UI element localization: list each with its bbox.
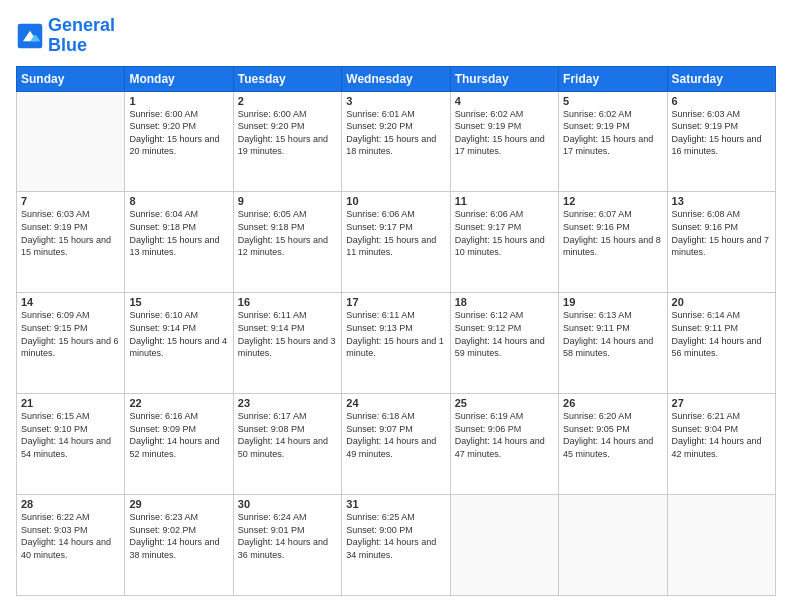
calendar-cell [17, 91, 125, 192]
day-info: Sunrise: 6:03 AM Sunset: 9:19 PM Dayligh… [21, 208, 120, 258]
day-number: 13 [672, 195, 771, 207]
logo: General Blue [16, 16, 115, 56]
calendar-week-row: 21 Sunrise: 6:15 AM Sunset: 9:10 PM Dayl… [17, 394, 776, 495]
calendar-day-header: Monday [125, 66, 233, 91]
day-info: Sunrise: 6:07 AM Sunset: 9:16 PM Dayligh… [563, 208, 662, 258]
calendar-cell: 7 Sunrise: 6:03 AM Sunset: 9:19 PM Dayli… [17, 192, 125, 293]
day-info: Sunrise: 6:20 AM Sunset: 9:05 PM Dayligh… [563, 410, 662, 460]
day-number: 8 [129, 195, 228, 207]
calendar-week-row: 1 Sunrise: 6:00 AM Sunset: 9:20 PM Dayli… [17, 91, 776, 192]
day-number: 5 [563, 95, 662, 107]
calendar-cell: 23 Sunrise: 6:17 AM Sunset: 9:08 PM Dayl… [233, 394, 341, 495]
calendar-cell: 26 Sunrise: 6:20 AM Sunset: 9:05 PM Dayl… [559, 394, 667, 495]
logo-text: General Blue [48, 16, 115, 56]
calendar-day-header: Saturday [667, 66, 775, 91]
calendar-header-row: SundayMondayTuesdayWednesdayThursdayFrid… [17, 66, 776, 91]
page: General Blue SundayMondayTuesdayWednesda… [0, 0, 792, 612]
day-info: Sunrise: 6:22 AM Sunset: 9:03 PM Dayligh… [21, 511, 120, 561]
calendar-cell: 19 Sunrise: 6:13 AM Sunset: 9:11 PM Dayl… [559, 293, 667, 394]
calendar-cell: 12 Sunrise: 6:07 AM Sunset: 9:16 PM Dayl… [559, 192, 667, 293]
calendar-cell: 1 Sunrise: 6:00 AM Sunset: 9:20 PM Dayli… [125, 91, 233, 192]
day-number: 25 [455, 397, 554, 409]
calendar-cell: 14 Sunrise: 6:09 AM Sunset: 9:15 PM Dayl… [17, 293, 125, 394]
day-info: Sunrise: 6:08 AM Sunset: 9:16 PM Dayligh… [672, 208, 771, 258]
calendar-week-row: 28 Sunrise: 6:22 AM Sunset: 9:03 PM Dayl… [17, 495, 776, 596]
day-number: 14 [21, 296, 120, 308]
day-info: Sunrise: 6:09 AM Sunset: 9:15 PM Dayligh… [21, 309, 120, 359]
calendar-week-row: 14 Sunrise: 6:09 AM Sunset: 9:15 PM Dayl… [17, 293, 776, 394]
calendar-cell: 9 Sunrise: 6:05 AM Sunset: 9:18 PM Dayli… [233, 192, 341, 293]
calendar-cell: 31 Sunrise: 6:25 AM Sunset: 9:00 PM Dayl… [342, 495, 450, 596]
calendar-cell: 13 Sunrise: 6:08 AM Sunset: 9:16 PM Dayl… [667, 192, 775, 293]
day-number: 27 [672, 397, 771, 409]
day-info: Sunrise: 6:06 AM Sunset: 9:17 PM Dayligh… [346, 208, 445, 258]
day-number: 12 [563, 195, 662, 207]
day-info: Sunrise: 6:18 AM Sunset: 9:07 PM Dayligh… [346, 410, 445, 460]
calendar-day-header: Sunday [17, 66, 125, 91]
day-info: Sunrise: 6:05 AM Sunset: 9:18 PM Dayligh… [238, 208, 337, 258]
calendar-day-header: Wednesday [342, 66, 450, 91]
day-info: Sunrise: 6:16 AM Sunset: 9:09 PM Dayligh… [129, 410, 228, 460]
calendar-cell: 10 Sunrise: 6:06 AM Sunset: 9:17 PM Dayl… [342, 192, 450, 293]
day-info: Sunrise: 6:15 AM Sunset: 9:10 PM Dayligh… [21, 410, 120, 460]
day-number: 4 [455, 95, 554, 107]
day-info: Sunrise: 6:02 AM Sunset: 9:19 PM Dayligh… [563, 108, 662, 158]
day-info: Sunrise: 6:10 AM Sunset: 9:14 PM Dayligh… [129, 309, 228, 359]
calendar-cell: 18 Sunrise: 6:12 AM Sunset: 9:12 PM Dayl… [450, 293, 558, 394]
header: General Blue [16, 16, 776, 56]
calendar-cell: 2 Sunrise: 6:00 AM Sunset: 9:20 PM Dayli… [233, 91, 341, 192]
day-number: 7 [21, 195, 120, 207]
day-number: 31 [346, 498, 445, 510]
calendar-cell: 29 Sunrise: 6:23 AM Sunset: 9:02 PM Dayl… [125, 495, 233, 596]
day-info: Sunrise: 6:24 AM Sunset: 9:01 PM Dayligh… [238, 511, 337, 561]
day-info: Sunrise: 6:03 AM Sunset: 9:19 PM Dayligh… [672, 108, 771, 158]
calendar-day-header: Thursday [450, 66, 558, 91]
day-info: Sunrise: 6:02 AM Sunset: 9:19 PM Dayligh… [455, 108, 554, 158]
day-info: Sunrise: 6:12 AM Sunset: 9:12 PM Dayligh… [455, 309, 554, 359]
day-number: 20 [672, 296, 771, 308]
logo-icon [16, 22, 44, 50]
calendar-week-row: 7 Sunrise: 6:03 AM Sunset: 9:19 PM Dayli… [17, 192, 776, 293]
calendar-cell: 16 Sunrise: 6:11 AM Sunset: 9:14 PM Dayl… [233, 293, 341, 394]
day-info: Sunrise: 6:21 AM Sunset: 9:04 PM Dayligh… [672, 410, 771, 460]
calendar-cell: 11 Sunrise: 6:06 AM Sunset: 9:17 PM Dayl… [450, 192, 558, 293]
day-info: Sunrise: 6:13 AM Sunset: 9:11 PM Dayligh… [563, 309, 662, 359]
day-number: 11 [455, 195, 554, 207]
day-info: Sunrise: 6:06 AM Sunset: 9:17 PM Dayligh… [455, 208, 554, 258]
day-info: Sunrise: 6:00 AM Sunset: 9:20 PM Dayligh… [238, 108, 337, 158]
day-number: 19 [563, 296, 662, 308]
calendar-cell: 4 Sunrise: 6:02 AM Sunset: 9:19 PM Dayli… [450, 91, 558, 192]
day-number: 23 [238, 397, 337, 409]
day-number: 9 [238, 195, 337, 207]
day-number: 28 [21, 498, 120, 510]
day-info: Sunrise: 6:17 AM Sunset: 9:08 PM Dayligh… [238, 410, 337, 460]
day-number: 26 [563, 397, 662, 409]
day-number: 15 [129, 296, 228, 308]
calendar-cell: 22 Sunrise: 6:16 AM Sunset: 9:09 PM Dayl… [125, 394, 233, 495]
calendar-cell: 25 Sunrise: 6:19 AM Sunset: 9:06 PM Dayl… [450, 394, 558, 495]
calendar-cell: 17 Sunrise: 6:11 AM Sunset: 9:13 PM Dayl… [342, 293, 450, 394]
day-number: 16 [238, 296, 337, 308]
day-number: 17 [346, 296, 445, 308]
calendar-cell: 15 Sunrise: 6:10 AM Sunset: 9:14 PM Dayl… [125, 293, 233, 394]
calendar-day-header: Friday [559, 66, 667, 91]
day-number: 24 [346, 397, 445, 409]
calendar-cell: 21 Sunrise: 6:15 AM Sunset: 9:10 PM Dayl… [17, 394, 125, 495]
calendar-table: SundayMondayTuesdayWednesdayThursdayFrid… [16, 66, 776, 596]
calendar-cell: 27 Sunrise: 6:21 AM Sunset: 9:04 PM Dayl… [667, 394, 775, 495]
day-info: Sunrise: 6:25 AM Sunset: 9:00 PM Dayligh… [346, 511, 445, 561]
day-info: Sunrise: 6:14 AM Sunset: 9:11 PM Dayligh… [672, 309, 771, 359]
calendar-day-header: Tuesday [233, 66, 341, 91]
day-number: 6 [672, 95, 771, 107]
calendar-cell: 8 Sunrise: 6:04 AM Sunset: 9:18 PM Dayli… [125, 192, 233, 293]
day-number: 21 [21, 397, 120, 409]
day-number: 22 [129, 397, 228, 409]
day-number: 29 [129, 498, 228, 510]
day-info: Sunrise: 6:11 AM Sunset: 9:13 PM Dayligh… [346, 309, 445, 359]
calendar-cell: 5 Sunrise: 6:02 AM Sunset: 9:19 PM Dayli… [559, 91, 667, 192]
day-number: 2 [238, 95, 337, 107]
day-info: Sunrise: 6:19 AM Sunset: 9:06 PM Dayligh… [455, 410, 554, 460]
day-info: Sunrise: 6:01 AM Sunset: 9:20 PM Dayligh… [346, 108, 445, 158]
day-info: Sunrise: 6:04 AM Sunset: 9:18 PM Dayligh… [129, 208, 228, 258]
calendar-cell: 24 Sunrise: 6:18 AM Sunset: 9:07 PM Dayl… [342, 394, 450, 495]
